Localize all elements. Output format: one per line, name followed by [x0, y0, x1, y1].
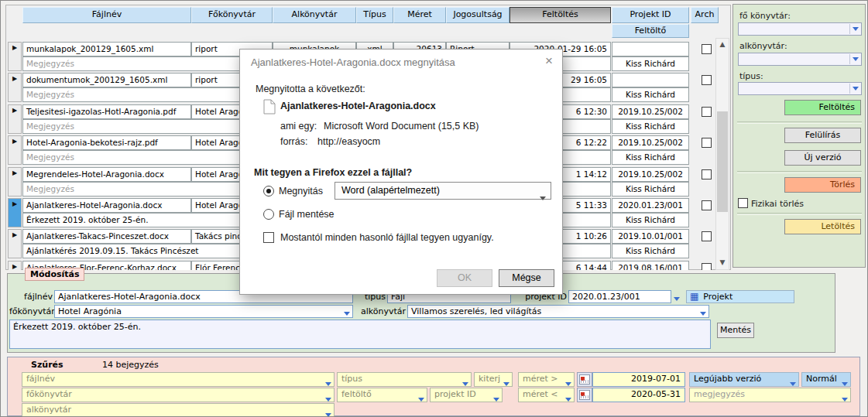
arch-checkbox[interactable]: [702, 263, 712, 270]
filter-filename-select[interactable]: fájlnév: [22, 372, 335, 387]
chevron-down-icon[interactable]: [700, 308, 834, 318]
column-header-fajlnev[interactable]: Fájlnév: [22, 7, 191, 23]
filter-uploader-select[interactable]: feltöltő: [337, 388, 427, 402]
row-marker[interactable]: ▶: [8, 42, 22, 71]
row-marker[interactable]: ▶: [8, 104, 22, 134]
cell-fajlnev[interactable]: Ajanlatkeres-Takacs-Pinceszet.docx: [22, 229, 191, 244]
arch-checkbox[interactable]: [702, 231, 712, 241]
filter-mode-select[interactable]: Normál: [801, 372, 851, 387]
scroll-down-icon[interactable]: ▼: [716, 257, 729, 269]
column-header-meret[interactable]: Méret: [393, 7, 446, 23]
cell-projekt_id[interactable]: 2020.01.23/001: [612, 198, 689, 213]
arch-checkbox[interactable]: [702, 75, 712, 85]
row-marker[interactable]: ▶: [8, 135, 22, 165]
row-marker[interactable]: ▶: [8, 229, 22, 258]
open-with-label[interactable]: Megnyitás: [279, 186, 323, 197]
new-version-button[interactable]: Új verzió: [784, 150, 861, 166]
filter-project-id-select[interactable]: projekt ID: [430, 388, 503, 402]
row-marker-icon: ▶: [12, 75, 17, 82]
arch-checkbox[interactable]: [702, 107, 712, 117]
cell-fajlnev[interactable]: munkalapok_200129_1605.xml: [22, 42, 191, 56]
source-label: forrás:: [280, 136, 307, 147]
comment-textarea[interactable]: Érkezett 2019. október 25-én.: [9, 320, 711, 349]
delete-button[interactable]: Törlés: [784, 177, 861, 193]
cell-projekt_id[interactable]: 2019.08.16/001: [612, 261, 689, 270]
type-select[interactable]: [738, 82, 862, 95]
column-header-projekt_id[interactable]: Projekt ID: [612, 7, 689, 23]
cancel-button[interactable]: Mégse: [499, 269, 554, 287]
open-with-radio[interactable]: [263, 186, 274, 197]
physical-delete-checkbox[interactable]: [738, 198, 748, 208]
filter-date-to-input[interactable]: 2020-05-31: [592, 388, 685, 402]
filter-size-gt-select[interactable]: méret >: [518, 372, 575, 387]
upload-button[interactable]: Feltöltés: [784, 100, 861, 115]
remember-label[interactable]: Mostantól minden hasonló fájllal tegyen …: [280, 232, 494, 243]
save-button[interactable]: Mentés: [717, 323, 754, 338]
firefox-download-dialog: Ajanlatkeres-Hotel-Aragonia.docx megnyit…: [239, 49, 563, 295]
filter-subdirectory-select[interactable]: alkönyvtár: [22, 403, 335, 417]
cell-fajlnev[interactable]: Ajanlatkeres-Hotel-Aragonia.docx: [22, 198, 191, 213]
download-button[interactable]: Letöltés: [784, 219, 861, 234]
filter-size-lt-select[interactable]: méret <: [518, 388, 575, 402]
column-header-feltolto[interactable]: Feltöltő: [612, 24, 689, 38]
column-header-arch[interactable]: Arch: [691, 7, 719, 23]
ok-button[interactable]: OK: [437, 269, 492, 287]
cell-projekt_id[interactable]: 2019.10.25/002: [612, 167, 689, 182]
row-marker[interactable]: ▶: [8, 261, 22, 270]
row-marker[interactable]: ▶: [8, 73, 22, 102]
column-header-alkonyvtar[interactable]: Alkönyvtár: [273, 7, 356, 23]
chevron-down-icon: [849, 54, 860, 64]
filter-version-select[interactable]: Legújabb verzió: [689, 372, 799, 387]
row-marker-icon: ▶: [12, 107, 17, 114]
filter-comment-input[interactable]: megjegyzés: [689, 388, 851, 402]
filter-extension-select[interactable]: kiterj: [474, 372, 513, 387]
filter-date-from-input[interactable]: 2019-07-01: [592, 372, 685, 387]
cell-fajlnev[interactable]: Megrendeles-Hotel-Aragonia.docx: [22, 167, 191, 182]
filter-main-directory-select[interactable]: főkönyvtár: [22, 388, 335, 402]
close-icon[interactable]: ×: [545, 53, 553, 69]
main-directory-select[interactable]: Hotel Aragónia: [54, 305, 353, 318]
row-marker[interactable]: ▶: [8, 198, 22, 227]
project-button[interactable]: ▦Projekt: [686, 290, 794, 303]
chevron-down-icon: [565, 378, 571, 387]
subdirectory-select[interactable]: Villamos szerelés, led világítás: [407, 305, 709, 318]
scroll-up-icon[interactable]: ▲: [716, 39, 729, 51]
grid-scrollbar[interactable]: ▲ ▼: [715, 38, 729, 270]
overwrite-button[interactable]: Felülírás: [784, 128, 861, 143]
save-file-radio[interactable]: [263, 209, 274, 220]
column-header-tipus[interactable]: Típus: [356, 7, 393, 23]
column-header-fokonyvtar[interactable]: Főkönyvtár: [191, 7, 273, 23]
column-header-feltoltes[interactable]: Feltöltés: [509, 7, 611, 23]
open-with-select[interactable]: Word (alapértelmezett): [335, 182, 551, 200]
subdirectory-select[interactable]: [738, 53, 862, 66]
cell-projekt_id[interactable]: 2019.10.25/002: [612, 135, 689, 150]
arch-checkbox[interactable]: [702, 44, 712, 54]
date-to-calendar-button[interactable]: [577, 388, 592, 402]
arch-checkbox[interactable]: [702, 169, 712, 179]
cell-projekt_id[interactable]: 2019.10.25/002: [612, 104, 689, 119]
cell-projekt_id[interactable]: 2019.10.01/001: [612, 229, 689, 244]
filter-type-select[interactable]: típus: [337, 372, 472, 387]
filename-label: fájlnév: [9, 292, 53, 302]
scrollbar-thumb[interactable]: [717, 111, 728, 212]
cell-fajlnev[interactable]: Teljesitesi-igazolas-Hotl-Aragonia.pdf: [22, 104, 191, 119]
remember-checkbox[interactable]: [263, 232, 274, 243]
column-header-jogosultsag[interactable]: Jogosultság: [446, 7, 509, 23]
date-from-calendar-button[interactable]: [577, 372, 592, 387]
document-icon: [263, 99, 276, 115]
cell-projekt_id[interactable]: [612, 73, 689, 87]
chevron-down-icon: [493, 393, 499, 402]
arch-checkbox[interactable]: [702, 200, 712, 210]
chevron-down-icon: [790, 378, 796, 387]
chevron-down-icon: [325, 393, 331, 402]
cell-fajlnev[interactable]: dokumentumok_200129_1605.xml: [22, 73, 191, 87]
arch-checkbox[interactable]: [702, 138, 712, 148]
main-directory-select[interactable]: [738, 22, 862, 36]
row-marker[interactable]: ▶: [8, 167, 22, 197]
chevron-down-icon: [418, 393, 424, 402]
chevron-down-icon: [503, 378, 509, 387]
project-id-select[interactable]: 2020.01.23/001: [568, 290, 671, 303]
save-file-label[interactable]: Fájl mentése: [279, 209, 335, 220]
cell-fajlnev[interactable]: Hotel-Aragonia-bekotesi-rajz.pdf: [22, 135, 191, 150]
cell-projekt_id[interactable]: [612, 42, 689, 56]
